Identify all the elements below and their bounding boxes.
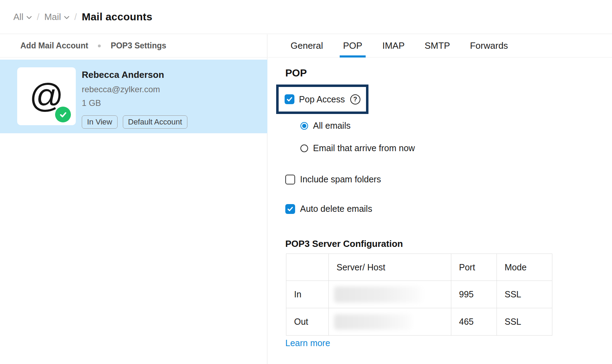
cell-server-host-in xyxy=(329,281,451,308)
at-sign-icon: @ xyxy=(29,79,64,113)
pop-tab-content: POP Pop Access ? All emails Email that a… xyxy=(268,58,612,364)
tab-imap[interactable]: IMAP xyxy=(382,34,405,58)
pop-access-label: Pop Access xyxy=(299,94,345,105)
table-row-outgoing: Out 465 SSL xyxy=(286,308,552,336)
help-icon[interactable]: ? xyxy=(350,94,360,105)
include-spam-row: Include spam folders xyxy=(285,174,381,184)
pop3-server-table: Server/ Host Port Mode In 995 SSL Out xyxy=(286,254,552,336)
cell-mode-in: SSL xyxy=(497,281,552,308)
header-cell-empty xyxy=(286,254,329,281)
auto-delete-row: Auto delete emails xyxy=(285,204,372,214)
settings-tabs: General POP IMAP SMTP Forwards xyxy=(268,34,612,58)
account-badges: In View Default Account xyxy=(82,115,187,129)
radio-row-from-now: Email that arrive from now xyxy=(300,143,415,153)
page-title: Mail accounts xyxy=(82,11,152,23)
section-heading-pop: POP xyxy=(285,67,307,79)
account-email: rebecca@zylker.com xyxy=(82,85,187,94)
emails-from-now-label: Email that arrive from now xyxy=(313,143,415,153)
tab-smtp[interactable]: SMTP xyxy=(425,34,450,58)
include-spam-checkbox[interactable] xyxy=(285,175,295,184)
account-card-rebecca[interactable]: @ Rebecca Anderson rebecca@zylker.com 1 … xyxy=(0,60,267,133)
auto-delete-checkbox[interactable] xyxy=(285,204,295,214)
chevron-down-icon[interactable] xyxy=(64,16,69,19)
pop3-settings-label: POP3 Settings xyxy=(111,41,166,50)
status-badge-in-view: In View xyxy=(82,115,118,129)
radio-dot xyxy=(302,124,306,128)
emails-from-now-radio[interactable] xyxy=(300,144,308,152)
account-info: Rebecca Anderson rebecca@zylker.com 1 GB… xyxy=(82,69,187,129)
learn-more-link[interactable]: Learn more xyxy=(285,338,330,348)
header-cell-mode: Mode xyxy=(497,254,552,281)
radio-row-all-emails: All emails xyxy=(300,121,351,131)
tab-forwards[interactable]: Forwards xyxy=(470,34,508,58)
verified-check-icon xyxy=(55,107,71,122)
accounts-list-panel: Add Mail Account POP3 Settings @ Rebecca… xyxy=(0,34,267,364)
pop-access-checkbox[interactable] xyxy=(285,94,294,104)
status-badge-default-account: Default Account xyxy=(123,115,187,129)
section-heading-server-config: POP3 Server Configuration xyxy=(285,238,403,249)
tab-pop[interactable]: POP xyxy=(343,34,362,58)
breadcrumb-all-label: All xyxy=(13,12,24,22)
add-mail-account-button[interactable]: Add Mail Account xyxy=(20,41,88,50)
cell-mode-out: SSL xyxy=(497,308,552,336)
dot-separator-icon xyxy=(98,45,101,47)
account-settings-panel: General POP IMAP SMTP Forwards POP Pop A… xyxy=(268,34,612,364)
auto-delete-label: Auto delete emails xyxy=(300,204,372,214)
header-cell-port: Port xyxy=(451,254,497,281)
table-header-row: Server/ Host Port Mode xyxy=(286,254,552,281)
breadcrumb-mail-label: Mail xyxy=(44,12,61,22)
top-bar: All / Mail / Mail accounts xyxy=(0,0,612,34)
table-row-incoming: In 995 SSL xyxy=(286,281,552,308)
account-name: Rebecca Anderson xyxy=(82,69,187,80)
breadcrumb-item-all[interactable]: All xyxy=(13,12,32,22)
breadcrumb-separator: / xyxy=(74,12,77,22)
all-emails-label: All emails xyxy=(313,121,351,131)
all-emails-radio[interactable] xyxy=(300,122,308,130)
breadcrumb-item-mail[interactable]: Mail xyxy=(44,12,69,22)
mail-accounts-settings-screen: All / Mail / Mail accounts Add Mail Acco… xyxy=(0,0,612,364)
redacted-server-host xyxy=(334,314,412,330)
cell-port-out: 465 xyxy=(451,308,497,336)
header-cell-server-host: Server/ Host xyxy=(329,254,451,281)
cell-direction-out: Out xyxy=(286,308,329,336)
breadcrumb: All / Mail / Mail accounts xyxy=(13,11,152,23)
accounts-panel-header: Add Mail Account POP3 Settings xyxy=(0,34,267,58)
breadcrumb-separator: / xyxy=(37,12,39,22)
redacted-server-host xyxy=(334,287,423,303)
account-avatar: @ xyxy=(17,67,76,125)
cell-direction-in: In xyxy=(286,281,329,308)
account-storage: 1 GB xyxy=(82,98,187,108)
cell-server-host-out xyxy=(329,308,451,336)
chevron-down-icon[interactable] xyxy=(26,16,32,19)
pop-access-highlight-box: Pop Access ? xyxy=(276,85,368,114)
cell-port-in: 995 xyxy=(451,281,497,308)
include-spam-label: Include spam folders xyxy=(300,174,381,184)
tab-general[interactable]: General xyxy=(291,34,323,58)
